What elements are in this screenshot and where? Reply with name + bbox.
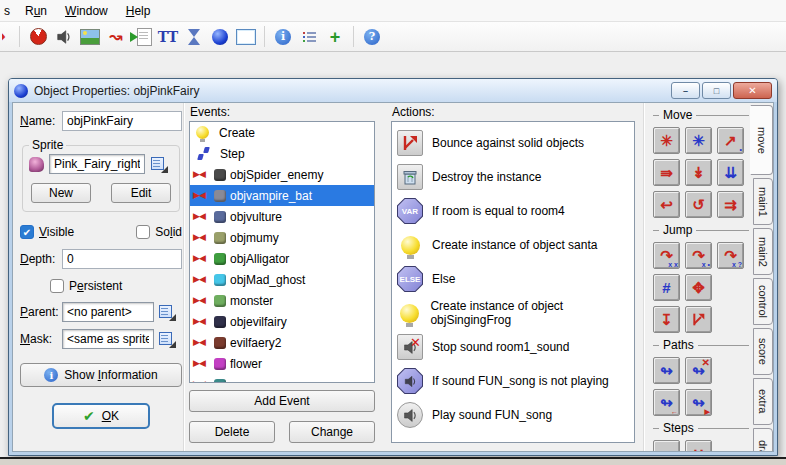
event-row[interactable]: ▶◀objSpider_enemy	[190, 164, 374, 185]
parent-field[interactable]	[62, 302, 154, 322]
tab-move[interactable]: move	[750, 105, 773, 175]
clipped-arrow-icon[interactable]: ➜	[2, 27, 11, 47]
help-icon[interactable]: ?	[362, 27, 382, 47]
new-sprite-button[interactable]: New	[31, 183, 91, 203]
event-row[interactable]: ▶◀objevilfairy	[190, 311, 374, 332]
create-sprite-icon[interactable]	[28, 27, 48, 47]
path-position-button[interactable]: ↬←	[653, 389, 680, 416]
solid-checkbox[interactable]	[136, 225, 150, 239]
end-path-button[interactable]: ↬✕	[685, 357, 712, 384]
wrap-screen-button[interactable]: ✥	[685, 274, 712, 301]
event-row[interactable]: ▶◀objmumy	[190, 227, 374, 248]
sprite-menu-button[interactable]	[150, 156, 168, 173]
move-contact-button[interactable]: ↧	[653, 306, 680, 333]
event-row[interactable]: ▶◀flower	[190, 353, 374, 374]
event-row[interactable]: ▶◀objvulture	[190, 206, 374, 227]
tab-main2[interactable]: main2	[753, 228, 773, 275]
jump-start-button[interactable]: ↷x •	[685, 242, 712, 269]
visible-checkbox[interactable]: ✔	[20, 225, 34, 239]
depth-input[interactable]	[62, 249, 182, 269]
move-towards-button[interactable]: ↗•	[717, 127, 744, 154]
game-information-icon[interactable]: i	[273, 27, 293, 47]
jump-random-button[interactable]: ↷x ?	[717, 242, 744, 269]
create-font-icon[interactable]: TT	[158, 27, 178, 47]
name-input[interactable]	[62, 111, 182, 131]
reverse-horizontal-button[interactable]: ↩	[653, 191, 680, 218]
maximize-button[interactable]: □	[702, 82, 731, 99]
collision-event-icon: ▶◀	[193, 212, 210, 221]
add-event-button[interactable]: Add Event	[189, 390, 375, 412]
speed-horizontal-button[interactable]: ⇛	[653, 159, 680, 186]
event-row[interactable]: ▶◀monster	[190, 290, 374, 311]
set-gravity-button[interactable]: ⇊	[717, 159, 744, 186]
create-timeline-icon[interactable]	[184, 27, 204, 47]
move-fixed-button[interactable]: ✳	[653, 127, 680, 154]
action-row[interactable]: Create instance of object objSingingFrog	[392, 296, 634, 330]
create-sound-icon[interactable]	[54, 27, 74, 47]
mask-menu-button[interactable]	[158, 331, 176, 348]
collision-sprite-thumbnail	[214, 295, 226, 307]
event-row[interactable]: ▶◀objAlligator	[190, 248, 374, 269]
tab-score[interactable]: score	[753, 328, 773, 375]
actions-listbox[interactable]: Bounce against solid objectsDestroy the …	[391, 121, 635, 443]
menu-item-window[interactable]: Window	[56, 2, 117, 20]
delete-event-button[interactable]: Delete	[189, 421, 275, 443]
mask-field[interactable]	[62, 329, 154, 349]
reverse-vertical-button[interactable]: ↺	[685, 191, 712, 218]
tab-extra[interactable]: extra	[753, 378, 773, 425]
parent-menu-button[interactable]	[158, 304, 176, 321]
event-row[interactable]: Step	[190, 143, 374, 164]
path-speed-button[interactable]: ↬▶	[685, 389, 712, 416]
events-listbox[interactable]: CreateStep▶◀objSpider_enemy▶◀objvampire_…	[189, 121, 375, 383]
dialog-titlebar[interactable]: Object Properties: objPinkFairy – □ ✕	[9, 79, 777, 102]
set-friction-button[interactable]: ⇉	[717, 191, 744, 218]
action-row[interactable]: If sound FUN_song is not playing	[392, 364, 634, 398]
edit-sprite-button[interactable]: Edit	[111, 183, 171, 203]
close-button[interactable]: ✕	[733, 82, 772, 99]
jump-position-button[interactable]: ↷x x	[653, 242, 680, 269]
persistent-checkbox[interactable]	[50, 279, 64, 293]
event-row[interactable]: ▶◀	[190, 374, 374, 383]
event-row[interactable]: ▶◀evilfaery2	[190, 332, 374, 353]
speed-vertical-button[interactable]: ↡	[685, 159, 712, 186]
align-grid-button[interactable]: #	[653, 274, 680, 301]
change-event-button[interactable]: Change	[289, 421, 375, 443]
set-path-button[interactable]: ↬	[653, 357, 680, 384]
tab-control[interactable]: control	[753, 278, 773, 325]
actions-panel: Actions: Bounce against solid objectsDes…	[391, 104, 635, 443]
depth-label: Depth:	[20, 252, 62, 266]
step-towards-button[interactable]: ⇢•	[653, 440, 680, 452]
collision-event-icon: ▶◀	[193, 338, 210, 347]
collision-event-icon: ▶◀	[193, 170, 210, 179]
event-row[interactable]: ▶◀objMad_ghost	[190, 269, 374, 290]
event-row[interactable]: Create	[190, 122, 374, 143]
sprite-field[interactable]	[49, 154, 145, 174]
create-room-icon[interactable]	[236, 27, 256, 47]
create-background-icon[interactable]	[80, 27, 100, 47]
show-information-button[interactable]: i Show Information	[20, 363, 182, 387]
add-resource-icon[interactable]: +	[325, 27, 345, 47]
global-game-settings-icon[interactable]	[299, 27, 319, 47]
create-script-icon[interactable]	[132, 27, 152, 47]
action-row[interactable]: Create instance of object santa	[392, 228, 634, 262]
bounce-button[interactable]	[685, 306, 712, 333]
menu-item-run[interactable]: Run	[16, 2, 56, 20]
action-row[interactable]: VARIf room is equal to room4	[392, 194, 634, 228]
action-row[interactable]: Play sound FUN_song	[392, 398, 634, 432]
menu-item-clipped[interactable]: s	[2, 2, 16, 20]
event-row[interactable]: ▶◀objvampire_bat	[190, 185, 374, 206]
minimize-button[interactable]: –	[671, 82, 700, 99]
tab-main1[interactable]: main1	[753, 178, 773, 225]
menu-item-help[interactable]: Help	[117, 2, 160, 20]
tab-draw[interactable]: draw	[753, 428, 773, 452]
create-object-icon[interactable]	[210, 27, 230, 47]
action-row[interactable]: ✕Stop sound room1_sound	[392, 330, 634, 364]
action-row[interactable]: Bounce against solid objects	[392, 126, 634, 160]
create-path-icon[interactable]: ↝	[106, 27, 126, 47]
ok-button[interactable]: ✔ OK	[52, 403, 150, 429]
move-free-button[interactable]: ✳	[685, 127, 712, 154]
step-avoiding-button[interactable]: ∷▬	[685, 440, 712, 452]
action-row[interactable]: ELSEElse	[392, 262, 634, 296]
name-label: Name:	[20, 114, 62, 128]
action-row[interactable]: Destroy the instance	[392, 160, 634, 194]
